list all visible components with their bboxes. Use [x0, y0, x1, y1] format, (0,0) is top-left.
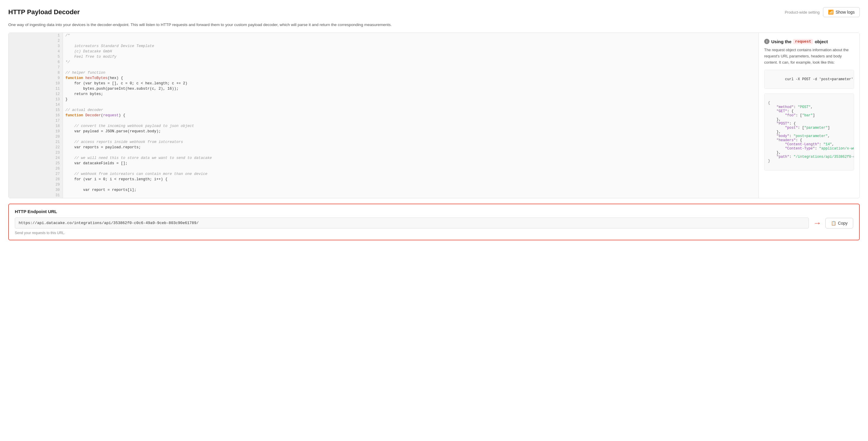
table-row: 22 var reports = payload.reports; — [8, 145, 758, 150]
table-row: 1 /* — [8, 33, 758, 38]
table-row: 2 — [8, 38, 758, 43]
header-actions: Product-wide setting 📶 Show logs — [785, 7, 860, 17]
page-header: HTTP Payload Decoder Product-wide settin… — [8, 7, 860, 17]
table-row: 11 bytes.push(parseInt(hex.substr(c, 2),… — [8, 86, 758, 91]
sidebar-heading-prefix: Using the — [771, 39, 792, 44]
table-row: 4 (c) Datacake GmbH — [8, 49, 758, 54]
table-row: 31 — [8, 193, 758, 198]
table-row: 13 } — [8, 97, 758, 102]
table-row: 27 // webhook from iotcreators can conta… — [8, 171, 758, 177]
copy-icon: 📋 — [831, 221, 836, 226]
table-row: 6 */ — [8, 59, 758, 65]
sidebar-heading: i Using the request object — [764, 39, 854, 44]
table-row: 23 — [8, 150, 758, 155]
table-row: 18 // convert the incoming webhook paylo… — [8, 123, 758, 129]
endpoint-url-display: https://api.datacake.co/integrations/api… — [15, 217, 809, 229]
table-row: 30 var report = reports[i]; — [8, 187, 758, 193]
arrow-container: → — [813, 219, 821, 227]
endpoint-section: HTTP Endpoint URL https://api.datacake.c… — [8, 204, 860, 240]
show-logs-label: Show logs — [835, 10, 855, 14]
table-row: 19 var payload = JSON.parse(request.body… — [8, 129, 758, 134]
page-title: HTTP Payload Decoder — [8, 8, 80, 16]
page-description: One way of ingesting data into your devi… — [8, 22, 860, 28]
signal-icon: 📶 — [828, 9, 834, 15]
product-wide-label: Product-wide setting — [785, 10, 820, 14]
endpoint-hint: Send your requests to this URL. — [15, 231, 853, 235]
table-row: 9 function hexToBytes(hex) { — [8, 76, 758, 81]
table-row: 10 for (var bytes = [], c = 0; c < hex.l… — [8, 81, 758, 86]
code-lines: 1 /* 2 3 iotcreators Standard Device Tem… — [8, 33, 758, 198]
show-logs-button[interactable]: 📶 Show logs — [823, 7, 860, 17]
table-row: 17 — [8, 118, 758, 123]
table-row: 12 return bytes; — [8, 91, 758, 97]
sidebar-description: The request object contains information … — [764, 47, 854, 65]
main-content-area: 1 /* 2 3 iotcreators Standard Device Tem… — [8, 33, 860, 198]
table-row: 26 — [8, 166, 758, 171]
table-row: 20 — [8, 134, 758, 139]
sidebar-heading-suffix: object — [815, 39, 828, 44]
request-badge: request — [793, 39, 813, 44]
code-editor[interactable]: 1 /* 2 3 iotcreators Standard Device Tem… — [8, 33, 759, 198]
curl-example-text: curl -X POST -d 'post=parameter' https:/… — [785, 77, 854, 81]
copy-button[interactable]: 📋 Copy — [826, 218, 853, 229]
sidebar-curl-example: curl -X POST -d 'post=parameter' https:/… — [764, 70, 854, 89]
table-row: 25 var datacakeFields = []; — [8, 161, 758, 166]
table-row: 5 Feel free to modify — [8, 54, 758, 59]
table-row: 14 — [8, 102, 758, 108]
table-row: 8 // helper function — [8, 70, 758, 76]
table-row: 21 // access reports inside webhook from… — [8, 139, 758, 145]
info-icon: i — [764, 39, 770, 44]
sidebar-panel: i Using the request object The request o… — [759, 33, 860, 198]
endpoint-title: HTTP Endpoint URL — [15, 209, 853, 214]
table-row: 15 // actual decoder — [8, 108, 758, 113]
table-row: 28 for (var i = 0; i < reports.length; i… — [8, 177, 758, 182]
table-row: 29 — [8, 182, 758, 187]
table-row: 3 iotcreators Standard Device Template — [8, 43, 758, 49]
table-row: 24 // we will need this to store data we… — [8, 155, 758, 161]
sidebar-json-example: { "method": "POST", "GET": { "foo": ["ba… — [764, 93, 854, 171]
endpoint-url-row: https://api.datacake.co/integrations/api… — [15, 217, 853, 229]
table-row: 7 — [8, 65, 758, 70]
table-row: 16 function Decoder(request) { — [8, 113, 758, 118]
copy-label: Copy — [838, 221, 847, 226]
arrow-right-icon: → — [813, 219, 821, 227]
